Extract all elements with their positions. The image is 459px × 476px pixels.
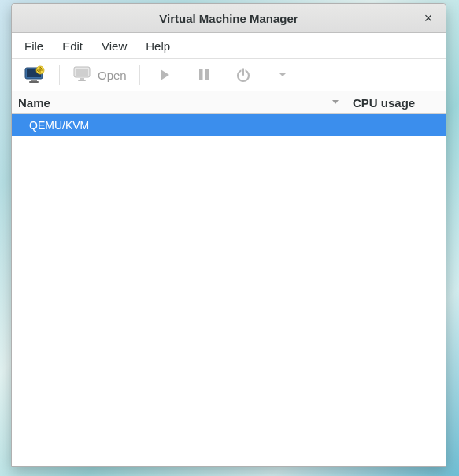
column-headers: Name CPU usage (12, 91, 446, 114)
titlebar[interactable]: Virtual Machine Manager × (12, 4, 446, 33)
open-console-button[interactable]: Open (66, 65, 133, 85)
svg-rect-9 (199, 69, 203, 80)
svg-rect-3 (29, 81, 39, 83)
toolbar-separator (139, 65, 140, 85)
sort-indicator-icon (331, 97, 339, 108)
pause-button[interactable] (186, 63, 222, 87)
shutdown-menu-arrow[interactable] (265, 63, 301, 87)
column-cpu-label: CPU usage (353, 96, 415, 110)
svg-rect-10 (205, 69, 209, 80)
play-icon (157, 68, 172, 82)
column-header-cpu[interactable]: CPU usage (346, 91, 446, 113)
open-label: Open (98, 69, 127, 82)
column-name-label: Name (18, 96, 50, 110)
close-icon: × (424, 10, 433, 27)
svg-rect-8 (78, 80, 86, 81)
toolbar-separator (59, 65, 60, 85)
menubar: File Edit View Help (12, 33, 446, 59)
monitor-icon (72, 65, 91, 85)
virt-manager-window: Virtual Machine Manager × File Edit View… (11, 3, 446, 467)
menu-help[interactable]: Help (136, 36, 180, 56)
pause-icon (197, 68, 211, 82)
svg-rect-7 (80, 78, 84, 80)
window-close-button[interactable]: × (417, 4, 439, 32)
svg-rect-14 (242, 69, 244, 76)
shutdown-button[interactable] (225, 63, 261, 87)
power-icon (235, 67, 251, 83)
run-button[interactable] (146, 63, 183, 87)
connection-row[interactable]: QEMU/KVM (12, 114, 446, 136)
menu-view[interactable]: View (92, 36, 136, 56)
chevron-down-icon (278, 70, 287, 80)
toolbar: Open (12, 59, 446, 91)
new-vm-icon (24, 65, 46, 84)
connection-tree[interactable]: QEMU/KVM (12, 114, 446, 466)
svg-rect-6 (76, 69, 88, 76)
menu-file[interactable]: File (15, 36, 53, 56)
connection-label: QEMU/KVM (29, 119, 89, 132)
column-header-name[interactable]: Name (12, 91, 346, 113)
new-vm-button[interactable] (17, 63, 53, 87)
window-title: Virtual Machine Manager (12, 12, 446, 25)
svg-rect-2 (31, 80, 37, 81)
menu-edit[interactable]: Edit (53, 36, 92, 56)
